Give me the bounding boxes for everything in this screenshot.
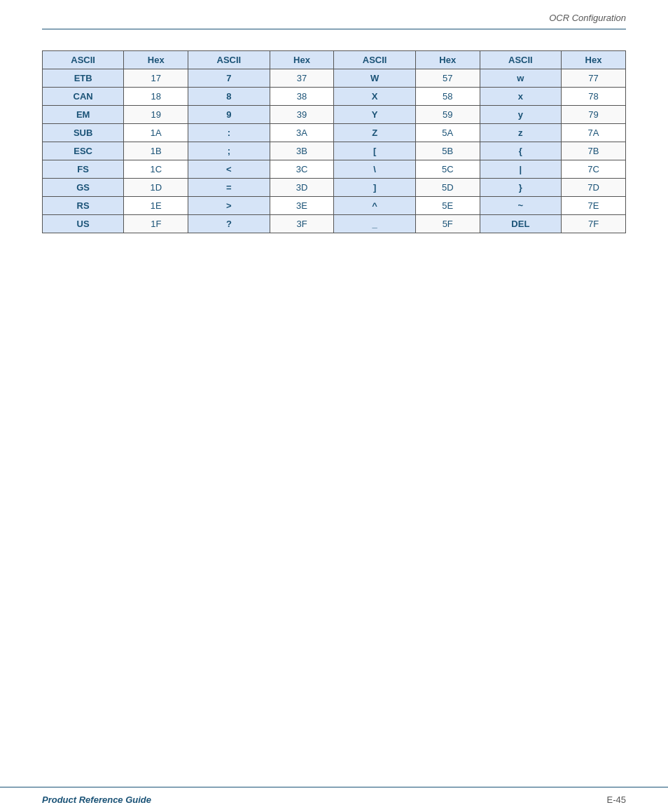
hex-cell: 5A bbox=[415, 124, 480, 142]
ascii-cell: EM bbox=[43, 106, 124, 124]
table-row: ETB17737W57w77 bbox=[43, 69, 626, 88]
ascii-cell: } bbox=[480, 179, 561, 197]
hex-cell: 7E bbox=[561, 197, 625, 215]
page-header-title: OCR Configuration bbox=[549, 13, 626, 23]
page-header: OCR Configuration bbox=[0, 0, 668, 29]
table-row: SUB1A:3AZ5Az7A bbox=[43, 124, 626, 142]
hex-cell: 5F bbox=[415, 215, 480, 233]
hex-cell: 5B bbox=[415, 142, 480, 160]
ascii-cell: < bbox=[188, 160, 270, 179]
hex-cell: 1E bbox=[124, 197, 188, 215]
ascii-cell: \ bbox=[334, 160, 415, 179]
hex-cell: 3D bbox=[270, 179, 334, 197]
ascii-cell: > bbox=[188, 197, 270, 215]
ascii-cell: Z bbox=[334, 124, 415, 142]
hex-cell: 78 bbox=[561, 88, 625, 106]
hex-cell: 18 bbox=[124, 88, 188, 106]
ascii-cell: ? bbox=[188, 215, 270, 233]
hex-cell: 59 bbox=[415, 106, 480, 124]
ascii-cell: RS bbox=[43, 197, 124, 215]
hex-cell: 57 bbox=[415, 69, 480, 88]
ascii-cell: DEL bbox=[480, 215, 561, 233]
table-row: US1F?3F_5FDEL7F bbox=[43, 215, 626, 233]
hex-cell: 38 bbox=[270, 88, 334, 106]
hex-cell: 5E bbox=[415, 197, 480, 215]
ascii-cell: ] bbox=[334, 179, 415, 197]
ascii-cell: z bbox=[480, 124, 561, 142]
footer-left-text: Product Reference Guide bbox=[42, 794, 151, 805]
ascii-cell: ~ bbox=[480, 197, 561, 215]
hex-cell: 3E bbox=[270, 197, 334, 215]
ascii-cell: = bbox=[188, 179, 270, 197]
table-header: ASCII Hex ASCII Hex ASCII Hex ASCII Hex bbox=[43, 51, 626, 69]
hex-cell: 77 bbox=[561, 69, 625, 88]
hex-cell: 37 bbox=[270, 69, 334, 88]
hex-cell: 7F bbox=[561, 215, 625, 233]
ascii-cell: x bbox=[480, 88, 561, 106]
table-row: GS1D=3D]5D}7D bbox=[43, 179, 626, 197]
hex-cell: 19 bbox=[124, 106, 188, 124]
ascii-table: ASCII Hex ASCII Hex ASCII Hex ASCII Hex … bbox=[42, 50, 626, 233]
hex-cell: 3C bbox=[270, 160, 334, 179]
footer-right-text: E-45 bbox=[607, 794, 626, 805]
hex-cell: 39 bbox=[270, 106, 334, 124]
content-area: ASCII Hex ASCII Hex ASCII Hex ASCII Hex … bbox=[0, 29, 668, 261]
hex-cell: 1B bbox=[124, 142, 188, 160]
ascii-cell: Y bbox=[334, 106, 415, 124]
ascii-cell: GS bbox=[43, 179, 124, 197]
col-header-hex-1: Hex bbox=[124, 51, 188, 69]
col-header-ascii-4: ASCII bbox=[480, 51, 561, 69]
hex-cell: 1C bbox=[124, 160, 188, 179]
ascii-cell: 8 bbox=[188, 88, 270, 106]
table-row: EM19939Y59y79 bbox=[43, 106, 626, 124]
hex-cell: 7D bbox=[561, 179, 625, 197]
ascii-cell: _ bbox=[334, 215, 415, 233]
hex-cell: 1D bbox=[124, 179, 188, 197]
table-row: RS1E>3E^5E~7E bbox=[43, 197, 626, 215]
hex-cell: 5D bbox=[415, 179, 480, 197]
ascii-cell: { bbox=[480, 142, 561, 160]
ascii-cell: ^ bbox=[334, 197, 415, 215]
ascii-cell: US bbox=[43, 215, 124, 233]
col-header-hex-2: Hex bbox=[270, 51, 334, 69]
col-header-ascii-1: ASCII bbox=[43, 51, 124, 69]
ascii-cell: 9 bbox=[188, 106, 270, 124]
ascii-cell: [ bbox=[334, 142, 415, 160]
hex-cell: 5C bbox=[415, 160, 480, 179]
hex-cell: 3F bbox=[270, 215, 334, 233]
ascii-cell: 7 bbox=[188, 69, 270, 88]
ascii-cell: w bbox=[480, 69, 561, 88]
hex-cell: 79 bbox=[561, 106, 625, 124]
ascii-cell: CAN bbox=[43, 88, 124, 106]
col-header-ascii-3: ASCII bbox=[334, 51, 415, 69]
ascii-cell: SUB bbox=[43, 124, 124, 142]
ascii-cell: W bbox=[334, 69, 415, 88]
ascii-cell: FS bbox=[43, 160, 124, 179]
ascii-cell: ESC bbox=[43, 142, 124, 160]
hex-cell: 7A bbox=[561, 124, 625, 142]
table-header-row: ASCII Hex ASCII Hex ASCII Hex ASCII Hex bbox=[43, 51, 626, 69]
table-row: ESC1B;3B[5B{7B bbox=[43, 142, 626, 160]
hex-cell: 1F bbox=[124, 215, 188, 233]
hex-cell: 3B bbox=[270, 142, 334, 160]
col-header-ascii-2: ASCII bbox=[188, 51, 270, 69]
hex-cell: 7B bbox=[561, 142, 625, 160]
ascii-cell: | bbox=[480, 160, 561, 179]
ascii-cell: X bbox=[334, 88, 415, 106]
hex-cell: 3A bbox=[270, 124, 334, 142]
table-row: CAN18838X58x78 bbox=[43, 88, 626, 106]
hex-cell: 58 bbox=[415, 88, 480, 106]
hex-cell: 17 bbox=[124, 69, 188, 88]
ascii-cell: ; bbox=[188, 142, 270, 160]
col-header-hex-4: Hex bbox=[561, 51, 625, 69]
ascii-cell: ETB bbox=[43, 69, 124, 88]
hex-cell: 7C bbox=[561, 160, 625, 179]
table-row: FS1C<3C\5C|7C bbox=[43, 160, 626, 179]
col-header-hex-3: Hex bbox=[415, 51, 480, 69]
page-footer: Product Reference Guide E-45 bbox=[0, 787, 668, 812]
ascii-cell: y bbox=[480, 106, 561, 124]
ascii-cell: : bbox=[188, 124, 270, 142]
table-body: ETB17737W57w77CAN18838X58x78EM19939Y59y7… bbox=[43, 69, 626, 233]
hex-cell: 1A bbox=[124, 124, 188, 142]
